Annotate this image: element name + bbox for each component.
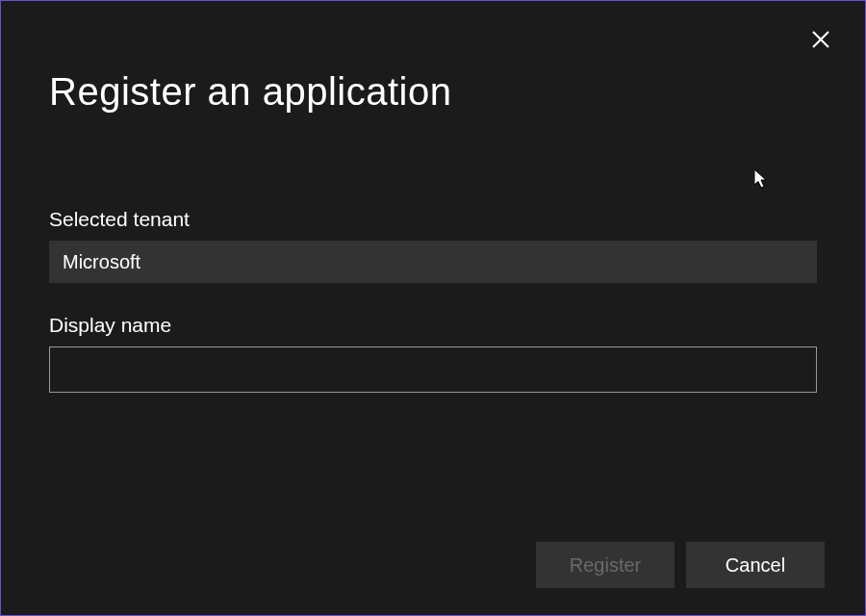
close-icon [811, 30, 830, 53]
close-button[interactable] [805, 26, 836, 57]
dialog-button-row: Register Cancel [536, 542, 825, 588]
display-name-field: Display name [49, 314, 817, 393]
selected-tenant-field: Selected tenant Microsoft [49, 208, 817, 283]
mouse-cursor-icon [754, 169, 770, 194]
selected-tenant-value: Microsoft [49, 241, 817, 283]
display-name-input[interactable] [49, 346, 817, 393]
selected-tenant-label: Selected tenant [49, 208, 817, 231]
cancel-button[interactable]: Cancel [686, 542, 825, 588]
dialog-title: Register an application [49, 70, 451, 114]
register-button[interactable]: Register [536, 542, 675, 588]
display-name-label: Display name [49, 314, 817, 337]
